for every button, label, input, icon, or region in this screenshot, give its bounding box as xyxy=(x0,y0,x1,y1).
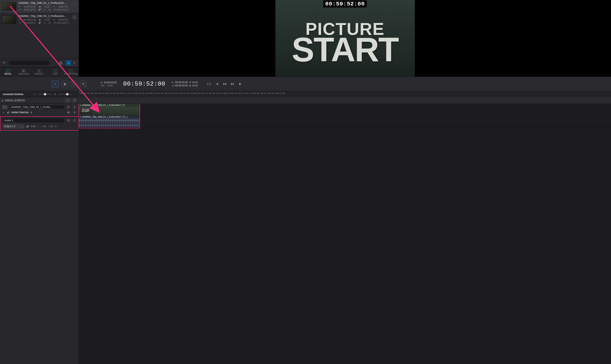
play-button[interactable] xyxy=(239,82,242,86)
in-timecode[interactable]: 00:00:00:00 xyxy=(104,81,117,84)
tab-timelines[interactable]: ▦TIMELINES xyxy=(16,67,31,77)
video-track-name[interactable] xyxy=(9,105,65,109)
audio-mute-button[interactable]: M xyxy=(66,118,71,123)
vertical-zoom-slider[interactable] xyxy=(38,94,51,95)
horizontal-zoom-slider[interactable] xyxy=(59,94,72,95)
popout-button[interactable]: ↪ xyxy=(72,15,77,20)
time-ruler[interactable]: 00:59:52:0001:00:22:0001:00:52:0001:01:2… xyxy=(79,91,611,97)
range-in-tc[interactable]: 00:00:00:00 xyxy=(175,81,188,84)
add-event-button[interactable]: ⬚+ xyxy=(65,98,70,103)
horiz-zoom-icon: ⇔ xyxy=(54,93,56,96)
codec-icon: 🗎 xyxy=(48,9,51,11)
popout-button[interactable]: ↪ xyxy=(72,2,77,6)
audio-track-name[interactable] xyxy=(2,118,65,123)
speaker-icon[interactable]: 🔊 xyxy=(26,125,29,128)
slate-text-2: START xyxy=(292,36,398,64)
video-solo-button[interactable]: S xyxy=(72,105,77,109)
view-toggle: ≣ ☰ xyxy=(66,60,77,66)
dur-1: 00:00 xyxy=(192,81,198,84)
clear-search-button[interactable]: ✕ xyxy=(59,61,63,65)
video-mute-button[interactable]: M xyxy=(66,105,71,109)
audio-lane[interactable]: ⚭JASMINE_720p_2398_R1_1_ProRes422LT_TC_1 xyxy=(79,116,611,128)
audio-group-solo[interactable]: S xyxy=(72,110,77,115)
ruler-tick: 01:06:22:00 xyxy=(271,91,285,97)
track-lanes[interactable]: ⚭JASMINE_720p_2398_R1_1_ProRes422LT_TC P… xyxy=(79,104,611,364)
video-clip[interactable]: ⚭JASMINE_720p_2398_R1_1_ProRes422LT_TC P… xyxy=(79,104,140,115)
ruler-tick: 01:00:22:00 xyxy=(94,91,108,97)
list-view-button[interactable]: ≣ xyxy=(66,60,71,65)
detail-view-button[interactable]: ☰ xyxy=(71,60,77,65)
audio-solo-button[interactable]: S xyxy=(72,118,77,123)
plus-icon: ⊕ xyxy=(189,84,191,87)
tab-daw[interactable]: ⦀DAW xyxy=(47,67,63,77)
waveform-zoom-icon: ⦀ xyxy=(34,93,35,96)
clip-list: JASMINE_720p_2398_R1_1_ProRes422L... ⇤00… xyxy=(0,0,79,26)
tab-project[interactable]: 🗎PROJECT xyxy=(31,67,47,77)
search-row: ⧩ ✕ ≣ ☰ xyxy=(0,59,79,67)
ruler-tick: 01:04:52:00 xyxy=(226,91,241,97)
tool-insert-button[interactable]: ▣ xyxy=(61,80,68,87)
search-input[interactable] xyxy=(8,60,50,65)
clip-resolution: 1280x720 xyxy=(58,19,68,21)
tool-crop-button[interactable]: ⛶ xyxy=(70,80,78,87)
visual-events-row: ▸ VISUAL EVENTS ⬚+ ⧩ xyxy=(0,97,611,104)
pan-display[interactable]: L< 100 > 100R xyxy=(37,125,57,128)
panel-tabs: ▸MEDIA ▦TIMELINES 🗎PROJECT ⦀DAW ≡PROPERT… xyxy=(0,67,79,77)
filter-events-button[interactable]: ⧩ xyxy=(72,98,77,103)
disclosure-triangle[interactable]: ▸ xyxy=(2,99,3,102)
clip-start-tc: 01:59:52:00 xyxy=(24,19,36,21)
ruler-tick: 01:03:52:00 xyxy=(197,91,211,97)
clip-thumbnail[interactable] xyxy=(2,2,16,11)
tool-settings-button[interactable]: ⚙ xyxy=(80,80,87,87)
clip-row[interactable]: JASMINE_720p_2398_R1_2_ProRes422L... ⇤01… xyxy=(0,13,79,26)
clip-fps: 23.98 xyxy=(44,19,50,21)
clip-duration: 01:03:59:12 xyxy=(24,22,36,24)
timeline-name[interactable]: unnamed timeline xyxy=(0,93,34,96)
audio-track-header[interactable]: M S Output 1-2⌄ 🔊 0 dB L< 100 > 100R xyxy=(0,116,79,130)
camera-icon: ▣ xyxy=(38,5,41,8)
link-icon: ⚭ xyxy=(80,116,82,118)
viewer[interactable]: 00:59:52:00 PICTURE START xyxy=(79,0,611,77)
range-out-tc[interactable]: 00:00:00:00 xyxy=(175,84,188,87)
burn-in-timecode: 00:59:52:00 xyxy=(323,0,367,7)
filter-icon[interactable]: ⧩ xyxy=(2,62,6,64)
visual-events-label: VISUAL EVENTS xyxy=(5,99,63,102)
clip-audio-ch: 1 xyxy=(44,9,45,11)
audio-group-mute[interactable]: M xyxy=(66,110,71,115)
tab-properties[interactable]: ≡PROPERTIES xyxy=(63,67,79,77)
video-lane[interactable]: ⚭JASMINE_720p_2398_R1_1_ProRes422LT_TC P… xyxy=(79,104,611,116)
link-icon: ⚭ xyxy=(80,104,82,106)
clip-thumbnail[interactable] xyxy=(2,15,16,24)
audio-clip[interactable]: ⚭JASMINE_720p_2398_R1_1_ProRes422LT_TC_1 xyxy=(79,116,140,128)
range-out-icon: ⇥ xyxy=(172,84,174,87)
output-select[interactable]: Output 1-2⌄ xyxy=(2,124,25,129)
clip-name: JASMINE_720p_2398_R1_2_ProRes422L... xyxy=(18,15,77,18)
audio-icon: 🔊 xyxy=(38,21,41,24)
resolution-icon: ▭ xyxy=(53,5,55,8)
go-to-start-button[interactable] xyxy=(215,82,218,86)
ruler-tick: 01:01:52:00 xyxy=(138,91,152,97)
main-timecode[interactable]: 00:59:52:00 xyxy=(119,80,169,87)
forward-button[interactable] xyxy=(231,82,235,86)
rewind-button[interactable] xyxy=(222,82,226,86)
dropdown-icon: ⌄ xyxy=(21,125,23,128)
media-sidebar: JASMINE_720p_2398_R1_1_ProRes422L... ⇤00… xyxy=(0,0,79,77)
ruler-tick: 01:00:52:00 xyxy=(109,91,123,97)
na-badge: N/A xyxy=(101,84,105,87)
link-button[interactable] xyxy=(207,82,211,86)
clip-audio-ch: 1 xyxy=(44,22,45,24)
tab-label: TIMELINES xyxy=(18,73,29,75)
speaker-icon: 🔊 xyxy=(7,111,10,114)
tool-a-button[interactable]: A xyxy=(52,80,59,87)
gain-display[interactable]: 0 dB xyxy=(31,125,36,128)
tab-media[interactable]: ▸MEDIA xyxy=(0,67,16,77)
expand-audio-tracks[interactable]: ▾ xyxy=(3,111,5,114)
audio-icon: 🔊 xyxy=(38,8,41,11)
clip-thumbnail: PICTURESTART xyxy=(79,107,92,114)
clip-row[interactable]: JASMINE_720p_2398_R1_1_ProRes422L... ⇤00… xyxy=(0,0,79,13)
camera-icon: ▣ xyxy=(38,18,41,21)
ruler-tick: 01:03:22:00 xyxy=(182,91,197,97)
video-track-header[interactable]: M S ▾ 🔊 AUDIO TRACKS: 1 M S xyxy=(0,104,79,117)
audio-tracks-label: AUDIO TRACKS: xyxy=(11,111,29,114)
track-headers: M S ▾ 🔊 AUDIO TRACKS: 1 M S M xyxy=(0,104,79,364)
